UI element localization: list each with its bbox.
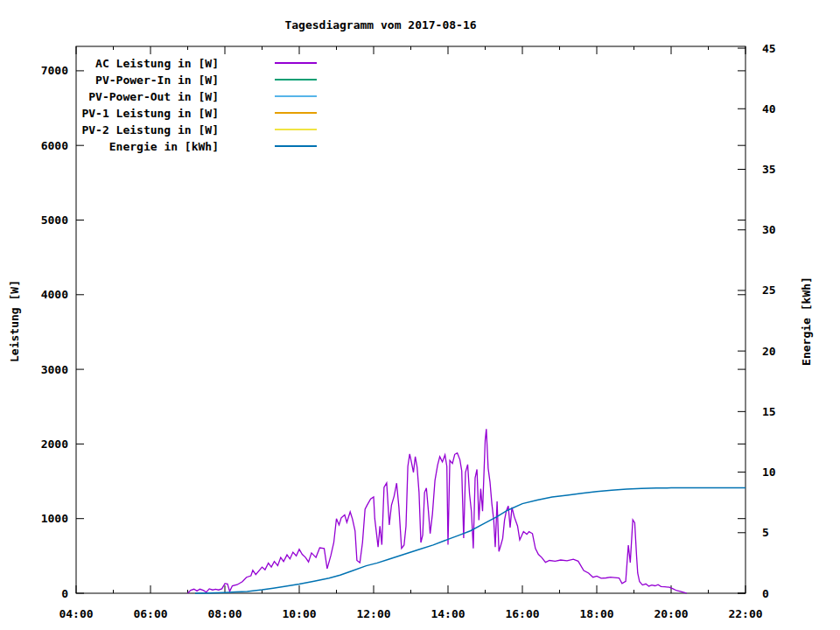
y-left-tick-label: 4000	[41, 288, 68, 301]
legend-label-4: PV-2 Leistung in [W]	[81, 123, 219, 136]
x-tick-label: 16:00	[505, 607, 539, 620]
y-left-tick-label: 7000	[41, 64, 68, 77]
legend-label-5: Energie in [kWh]	[109, 140, 219, 153]
y-left-tick-label: 2000	[41, 438, 68, 451]
y-right-tick-label: 15	[762, 405, 776, 418]
legend-label-0: AC Leistung in [W]	[95, 57, 219, 70]
y-left-tick-label: 5000	[41, 214, 68, 227]
x-tick-label: 18:00	[579, 607, 613, 620]
x-tick-label: 12:00	[356, 607, 390, 620]
y-right-tick-label: 45	[762, 42, 776, 55]
y-left-tick-label: 3000	[41, 363, 68, 376]
y-right-tick-label: 20	[762, 345, 776, 358]
y-right-tick-label: 10	[762, 466, 776, 479]
y-right-tick-label: 40	[762, 102, 776, 116]
x-tick-label: 10:00	[282, 607, 316, 620]
x-tick-label: 04:00	[59, 607, 93, 620]
x-tick-label: 20:00	[654, 607, 688, 620]
y-right-tick-label: 0	[762, 587, 769, 600]
x-tick-label: 14:00	[430, 607, 465, 620]
chart-frame: Tagesdiagramm vom 2017-08-16 Leistung [W…	[0, 0, 840, 630]
y-right-tick-label: 30	[762, 223, 776, 236]
x-tick-label: 22:00	[728, 607, 762, 620]
y-right-tick-label: 25	[762, 284, 776, 297]
chart-canvas: 04:0006:0008:0010:0012:0014:0016:0018:00…	[0, 0, 840, 630]
y-right-tick-label: 5	[762, 526, 769, 539]
x-tick-label: 08:00	[207, 607, 242, 620]
x-tick-label: 06:00	[133, 607, 167, 620]
y-left-tick-label: 0	[61, 587, 68, 600]
series-line-0	[188, 429, 687, 593]
legend-label-2: PV-Power-Out in [W]	[88, 90, 219, 103]
y-right-tick-label: 35	[762, 163, 776, 176]
legend-label-3: PV-1 Leistung in [W]	[81, 107, 219, 120]
legend-label-1: PV-Power-In in [W]	[95, 74, 219, 87]
y-left-tick-label: 6000	[41, 139, 68, 152]
y-left-tick-label: 1000	[41, 512, 68, 525]
